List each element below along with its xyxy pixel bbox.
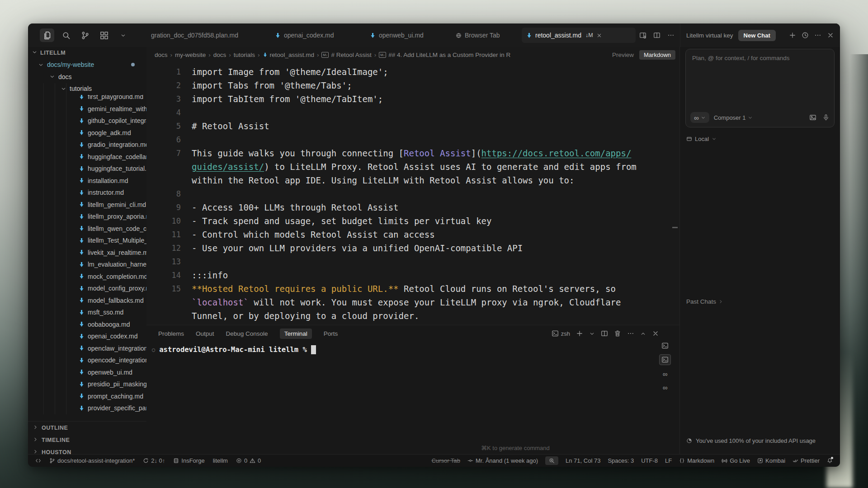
terminal-session-terminal[interactable]	[660, 341, 670, 351]
status-docs-retool-assist-integration[interactable]: docs/retool-assist-integration*	[49, 457, 135, 464]
breadcrumb-item[interactable]: docs	[213, 52, 226, 58]
tree-file[interactable]: huggingface_codellama...	[28, 151, 146, 163]
new-chat-button[interactable]: New Chat	[738, 30, 776, 41]
editor-tab[interactable]: Browser Tab	[451, 28, 517, 43]
tree-file[interactable]: huggingface_tutorial.md	[28, 163, 146, 175]
tree-file[interactable]: instructor.md	[28, 187, 146, 199]
panel-tab-output[interactable]: Output	[196, 330, 214, 337]
status-markdown[interactable]: Markdown	[679, 457, 714, 464]
tree-file[interactable]: github_copilot_integrati...	[28, 115, 146, 127]
terminal-session-infinity[interactable]: ∞	[660, 382, 670, 392]
breadcrumb-item[interactable]: tutorials	[234, 52, 255, 58]
chat-title-tab[interactable]: Litellm virtual key	[686, 32, 733, 39]
status-cursor-tab[interactable]: Cursor Tab	[432, 457, 460, 464]
terminal-session-infinity[interactable]: ∞	[660, 369, 670, 379]
terminal-session-terminal[interactable]	[659, 354, 671, 365]
status-go-live[interactable]: Go Live	[722, 457, 750, 464]
status-ln-71-col-73[interactable]: Ln 71, Col 73	[566, 457, 600, 464]
tree-file[interactable]: prompt_caching.md	[28, 390, 146, 403]
activity-files-button[interactable]	[40, 28, 54, 42]
composer-selector[interactable]: Composer 1	[714, 114, 753, 121]
tree-file[interactable]: litellm_qwen_code_cli.md	[28, 223, 146, 235]
breadcrumb-item[interactable]: my-website	[175, 52, 206, 58]
tree-folder[interactable]: docs/my-website	[28, 59, 146, 71]
activity-extensions-button[interactable]	[97, 28, 111, 42]
status-insforge[interactable]: InsForge	[173, 457, 204, 464]
chat-clock-button[interactable]	[802, 32, 809, 39]
tree-file[interactable]: gradio_integration.md	[28, 139, 146, 151]
sidebar-section-outline[interactable]: OUTLINE	[28, 422, 146, 434]
tree-file[interactable]: presidio_pii_masking.md	[28, 378, 146, 390]
activity-search-button[interactable]	[59, 28, 73, 42]
tree-file[interactable]: livekit_xai_realtime.md	[28, 247, 146, 259]
panel-tab-ports[interactable]: Ports	[324, 330, 338, 337]
chat-close-button[interactable]	[827, 32, 834, 39]
chat-ellipsis-button[interactable]	[814, 32, 821, 39]
sidebar-section-timeline[interactable]: TIMELINE	[28, 434, 146, 446]
tree-file[interactable]: first_playground.md	[28, 95, 146, 103]
image-button[interactable]	[809, 114, 816, 121]
tree-file[interactable]: provider_specific_para...	[28, 402, 146, 414]
panel-close-button[interactable]	[652, 330, 659, 337]
chat-input-card[interactable]: Plan, @ for context, / for commands ∞ Co…	[685, 49, 835, 127]
explorer-section-header[interactable]: LITELLM	[28, 47, 146, 59]
tree-file[interactable]: installation.md	[28, 175, 146, 187]
panel-tab-debug-console[interactable]: Debug Console	[226, 330, 268, 337]
chat-plus-button[interactable]	[789, 32, 796, 39]
local-selector[interactable]: Local	[686, 136, 717, 142]
tree-file[interactable]: openclaw_integration.md	[28, 343, 146, 355]
status-prettier[interactable]: Prettier	[793, 457, 820, 464]
code-editor[interactable]: 1import Image from '@theme/IdealImage';2…	[146, 62, 680, 325]
status-remote[interactable]	[35, 458, 41, 464]
tree-file[interactable]: litellm_proxy_aporia.md	[28, 211, 146, 223]
tree-file[interactable]: opencode_integration.md	[28, 354, 146, 366]
panel-plus-button[interactable]	[576, 330, 583, 337]
status-lf[interactable]: LF	[665, 457, 672, 464]
tree-file[interactable]: openai_codex.md	[28, 330, 146, 343]
status-0[interactable]: 00	[236, 457, 261, 464]
editor-tab[interactable]: openweb_ui.md	[365, 28, 448, 43]
tree-file[interactable]: model_fallbacks.md	[28, 295, 146, 307]
tree-file[interactable]: oobabooga.md	[28, 319, 146, 331]
breadcrumb-item[interactable]: docs	[155, 52, 168, 58]
split-button[interactable]	[653, 32, 660, 39]
tree-file[interactable]: google_adk.md	[28, 127, 146, 139]
terminal[interactable]: ○ astrodevil@Astro-Mac-mini litellm %	[152, 345, 316, 354]
panel-trash-button[interactable]	[614, 330, 621, 337]
tree-file[interactable]: lm_evaluation_harness...	[28, 258, 146, 271]
tree-folder[interactable]: tutorials	[28, 83, 146, 95]
breadcrumb-symbol[interactable]: M↓## 4. Add LiteLLM as a Custom Provider…	[379, 52, 510, 58]
panel-chevron-down-button[interactable]	[589, 331, 595, 337]
tree-file[interactable]: openweb_ui.md	[28, 366, 146, 379]
activity-source-control-button[interactable]	[78, 28, 92, 42]
tree-file[interactable]: mock_completion.md	[28, 271, 146, 283]
ellipsis-button[interactable]	[667, 32, 675, 39]
breadcrumb-symbol[interactable]: M↓# Retool Assist	[321, 52, 371, 58]
tree-file[interactable]: model_config_proxy.md	[28, 282, 146, 295]
editor-tab[interactable]: gration_doc_d075fd58.plan.md	[146, 28, 256, 43]
status-kombai[interactable]: Kombai	[757, 457, 785, 464]
sidebar-section-houston[interactable]: HOUSTON	[28, 446, 146, 454]
editor-tab[interactable]: openai_codex.md	[270, 28, 354, 43]
panel-chevron-up-button[interactable]	[640, 331, 646, 337]
status-mr-nand-1-week-ago[interactable]: Mr. Ånand (1 week ago)	[467, 457, 538, 464]
tree-file[interactable]: msft_sso.md	[28, 306, 146, 319]
layout-button[interactable]	[639, 32, 646, 39]
status-litellm[interactable]: litellm	[213, 457, 228, 464]
panel-tab-terminal[interactable]: Terminal	[280, 328, 312, 339]
status-bell[interactable]	[827, 458, 833, 464]
tree-file[interactable]: litellm_Test_Multiple_Pr...	[28, 235, 146, 247]
status-spaces-3[interactable]: Spaces: 3	[608, 457, 634, 464]
markdown-mode-badge[interactable]: Markdown	[639, 50, 675, 60]
tree-file[interactable]: gemini_realtime_with_a...	[28, 103, 146, 115]
editor-tab[interactable]: retool_assist.md↓M	[522, 28, 636, 43]
status-zoom[interactable]	[545, 456, 558, 465]
activity-chevron-down-button[interactable]	[116, 28, 130, 42]
tab-close-button[interactable]	[596, 33, 602, 38]
shell-selector[interactable]: zsh	[552, 330, 570, 337]
breadcrumb-file[interactable]: retool_assist.md	[263, 52, 314, 58]
panel-tab-problems[interactable]: Problems	[158, 330, 184, 337]
panel-split-button[interactable]	[601, 330, 608, 337]
tree-file[interactable]: litellm_gemini_cli.md	[28, 199, 146, 211]
panel-ellipsis-button[interactable]	[627, 330, 634, 337]
